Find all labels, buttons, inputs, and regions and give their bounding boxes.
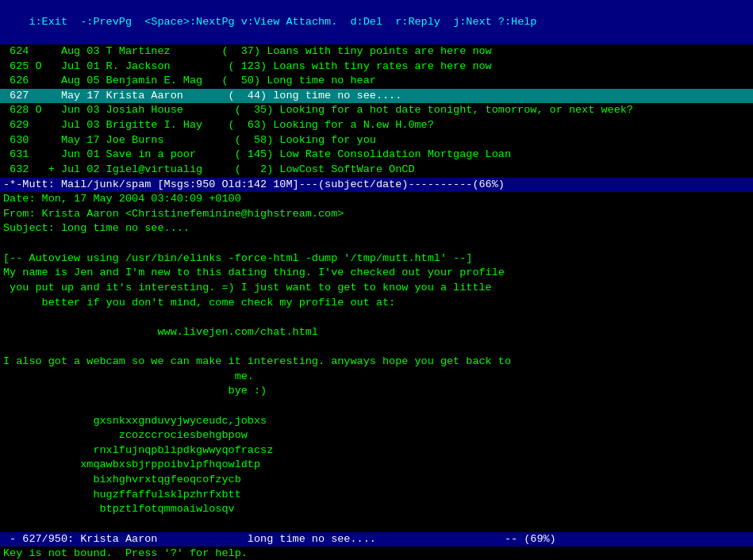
menu-reply[interactable]: r:Reply	[395, 16, 440, 28]
menu-nextpg[interactable]: <Space>:NextPg	[144, 16, 234, 28]
top-menu-bar: i:Exit -:PrevPg <Space>:NextPg v:View At…	[0, 0, 753, 44]
email-subject-header: Subject: long time no see....	[0, 221, 753, 236]
email-list: 624 Aug 03 T Martinez ( 37) Loans with t…	[0, 44, 753, 178]
email-row-631[interactable]: 631 Jun 01 Save in a poor ( 145) Low Rat…	[0, 148, 753, 163]
menu-separator1	[67, 16, 80, 28]
email-row-626[interactable]: 626 Aug 05 Benjamin E. Mag ( 50) Long ti…	[0, 74, 753, 89]
menu-separator2	[132, 16, 144, 28]
email-body: My name is Jen and I'm new to this datin…	[0, 266, 753, 531]
email-row-625[interactable]: 625 O Jul 01 R. Jackson ( 123) Loans wit…	[0, 59, 753, 75]
menu-del[interactable]: d:Del	[351, 16, 383, 28]
terminal: i:Exit -:PrevPg <Space>:NextPg v:View At…	[0, 0, 753, 560]
menu-view[interactable]: v:View Attachm.	[241, 16, 338, 28]
menu-separator7	[492, 16, 498, 28]
email-row-630[interactable]: 630 May 17 Joe Burns ( 58) Looking for y…	[0, 133, 753, 148]
email-header-spacer	[0, 236, 753, 251]
email-row-629[interactable]: 629 Jul 03 Brigitte I. Hay ( 63) Looking…	[0, 118, 753, 133]
mailbox-status-bar: -*-Mutt: Mail/junk/spam [Msgs:950 Old:14…	[0, 178, 753, 193]
email-row-624[interactable]: 624 Aug 03 T Martinez ( 37) Loans with t…	[0, 44, 753, 59]
email-row-628[interactable]: 628 O Jun 03 Josiah House ( 35) Looking …	[0, 103, 753, 118]
email-row-632[interactable]: 632 + Jul 02 Igiel@virtualig ( 2) LowCos…	[0, 163, 753, 178]
email-from-header: From: Krista Aaron <Christinefeminine@hi…	[0, 207, 753, 222]
autoview-command-line: [-- Autoview using /usr/bin/elinks -forc…	[0, 251, 753, 267]
menu-separator5	[382, 16, 395, 28]
bottom-status-bar: - 627/950: Krista Aaron long time no see…	[0, 532, 753, 547]
menu-help[interactable]: ?:Help	[498, 16, 537, 28]
menu-separator6	[440, 16, 453, 28]
bottom-help-line: Key is not bound. Press '?' for help.	[0, 547, 753, 560]
email-date-header: Date: Mon, 17 May 2004 03:40:09 +0100	[0, 192, 753, 207]
menu-exit[interactable]: i:Exit	[29, 16, 67, 28]
menu-prevpg[interactable]: -:PrevPg	[80, 16, 132, 28]
email-row-627[interactable]: 627 May 17 Krista Aaron ( 44) long time …	[0, 89, 753, 104]
menu-next[interactable]: j:Next	[453, 16, 492, 28]
menu-separator3	[235, 16, 241, 28]
menu-separator4	[337, 16, 350, 28]
